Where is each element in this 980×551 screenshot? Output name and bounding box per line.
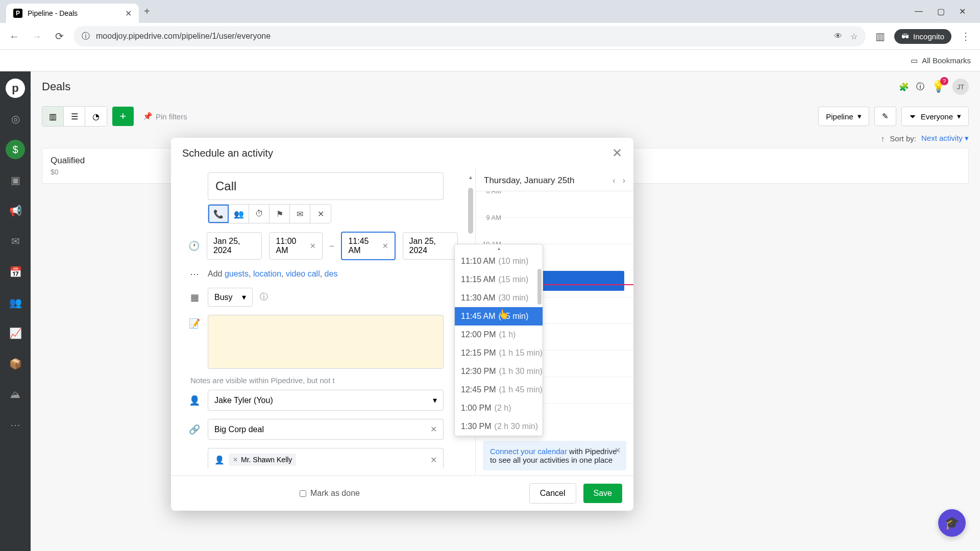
sidebar-item-marketplace[interactable]: ⛰	[6, 385, 25, 404]
menu-icon[interactable]: ⋮	[958, 28, 974, 44]
notes-textarea[interactable]	[208, 315, 444, 369]
eye-off-icon[interactable]: 👁	[834, 32, 842, 41]
contact-field[interactable]: 👤 ✕Mr. Shawn Kelly ✕	[208, 448, 444, 468]
type-email-button[interactable]: ✉	[290, 205, 310, 223]
sort-value[interactable]: Next activity ▾	[921, 134, 969, 143]
site-info-icon[interactable]: ⓘ	[82, 31, 90, 42]
browser-tab[interactable]: P Pipeline - Deals ✕	[6, 4, 139, 23]
scroll-up-icon[interactable]: ▴	[455, 244, 543, 252]
add-video-call-link[interactable]: video call	[286, 269, 320, 278]
pin-filters-button[interactable]: 📌 Pin filters	[143, 112, 187, 121]
help-fab[interactable]: 🎓	[938, 509, 966, 537]
owner-select[interactable]: Jake Tyler (You)▾	[208, 390, 444, 411]
time-option[interactable]: 1:00 PM (2 h)	[455, 399, 543, 417]
time-option[interactable]: 11:30 AM (30 min)	[455, 289, 543, 307]
add-deal-button[interactable]: +	[112, 107, 134, 126]
availability-select[interactable]: Busy▾	[208, 288, 253, 307]
everyone-filter-dropdown[interactable]: ⏷Everyone▾	[901, 107, 969, 126]
sidebar-item-deals[interactable]: $	[6, 140, 25, 159]
pipeline-dropdown[interactable]: Pipeline▾	[818, 107, 869, 126]
time-option[interactable]: 12:15 PM (1 h 15 min)	[455, 344, 543, 362]
notifications-icon[interactable]: 💡	[932, 80, 945, 93]
cancel-button[interactable]: Cancel	[529, 483, 576, 504]
start-time-input[interactable]: 11:00 AM✕	[269, 232, 322, 260]
clear-icon: ✕	[310, 242, 316, 250]
edit-pipeline-button[interactable]: ✎	[874, 107, 896, 126]
type-task-button[interactable]: ⏱	[249, 205, 270, 223]
address-bar[interactable]: ⓘ moodjoy.pipedrive.com/pipeline/1/user/…	[74, 26, 866, 46]
connect-calendar-link[interactable]: Connect your calendar	[490, 447, 567, 456]
chevron-down-icon: ▾	[242, 292, 246, 302]
new-tab-button[interactable]: +	[144, 6, 150, 17]
clear-icon: ✕	[430, 424, 437, 434]
incognito-icon: 🕶	[901, 32, 909, 41]
close-window-icon[interactable]: ✕	[959, 7, 966, 16]
sidebar-item-products[interactable]: 📦	[6, 354, 25, 373]
type-deadline-button[interactable]: ⚑	[270, 205, 290, 223]
page-header: Deals 🧩 ⓘ 💡 JT	[31, 71, 980, 102]
mark-done-checkbox[interactable]: Mark as done	[300, 489, 360, 498]
maximize-icon[interactable]: ▢	[937, 7, 945, 16]
user-avatar[interactable]: JT	[952, 79, 969, 95]
clear-icon: ✕	[382, 242, 388, 250]
end-time-input[interactable]: 11:45 AM✕	[341, 232, 395, 260]
add-description-link[interactable]: des	[325, 269, 338, 278]
add-location-link[interactable]: location	[253, 269, 281, 278]
sidebar-item-projects[interactable]: ▣	[6, 170, 25, 190]
bookmarks-folder-icon[interactable]: ▭	[911, 56, 918, 65]
back-button[interactable]: ←	[6, 28, 22, 44]
time-option[interactable]: 1:30 PM (2 h 30 min)	[455, 417, 543, 436]
end-date-input[interactable]: Jan 25, 2024	[403, 232, 458, 260]
time-option[interactable]: 11:45 AM (45 min)	[455, 307, 543, 325]
prev-day-button[interactable]: ‹	[612, 176, 615, 185]
extensions-icon[interactable]: 🧩	[899, 82, 909, 92]
panel-icon[interactable]: ▥	[872, 28, 888, 44]
scrollbar-thumb[interactable]	[468, 188, 473, 234]
forward-button[interactable]: →	[29, 28, 45, 44]
close-modal-button[interactable]: ✕	[612, 146, 622, 160]
time-dropdown: ▴ 11:10 AM (10 min)11:15 AM (15 min)11:3…	[454, 244, 543, 436]
help-icon[interactable]: ⓘ	[916, 82, 924, 92]
start-date-input[interactable]: Jan 25, 2024	[207, 232, 262, 260]
reload-button[interactable]: ⟳	[51, 28, 67, 44]
activity-type-toggle: 📞 👥 ⏱ ⚑ ✉ ✕	[208, 204, 331, 223]
time-option[interactable]: 12:00 PM (1 h)	[455, 325, 543, 344]
save-button[interactable]: Save	[583, 484, 622, 503]
view-forecast-button[interactable]: ◔	[85, 107, 107, 126]
chevron-down-icon: ▾	[857, 112, 862, 121]
pipedrive-logo[interactable]: p	[6, 79, 25, 98]
sidebar-item-contacts[interactable]: 👥	[6, 293, 25, 312]
more-icon: ⋯	[188, 268, 201, 280]
type-lunch-button[interactable]: ✕	[310, 205, 331, 223]
sidebar-item-mail[interactable]: ✉	[6, 232, 25, 251]
sidebar-item-campaigns[interactable]: 📢	[6, 201, 25, 220]
type-call-button[interactable]: 📞	[208, 205, 229, 223]
close-tab-icon[interactable]: ✕	[125, 9, 132, 18]
minimize-icon[interactable]: —	[915, 7, 923, 16]
all-bookmarks[interactable]: All Bookmarks	[922, 56, 971, 65]
type-meeting-button[interactable]: 👥	[229, 205, 249, 223]
incognito-badge[interactable]: 🕶 Incognito	[894, 29, 951, 44]
sidebar-item-leads[interactable]: ◎	[6, 109, 25, 129]
info-icon[interactable]: ⓘ	[260, 292, 268, 303]
next-day-button[interactable]: ›	[623, 176, 625, 185]
time-option[interactable]: 12:30 PM (1 h 30 min)	[455, 362, 543, 381]
deal-select[interactable]: Big Corp deal✕	[208, 419, 444, 440]
view-pipeline-button[interactable]: ▥	[42, 107, 64, 126]
scroll-up-icon[interactable]: ▴	[469, 173, 472, 181]
scrollbar-thumb[interactable]	[537, 269, 542, 305]
notes-icon: 📝	[188, 318, 201, 329]
add-guests-link[interactable]: guests	[225, 269, 249, 278]
time-option[interactable]: 12:45 PM (1 h 45 min)	[455, 381, 543, 399]
activity-title-input[interactable]	[208, 172, 444, 200]
sidebar-item-insights[interactable]: 📈	[6, 323, 25, 343]
time-option[interactable]: 11:15 AM (15 min)	[455, 270, 543, 289]
bookmark-star-icon[interactable]: ☆	[850, 32, 857, 41]
view-list-button[interactable]: ☰	[64, 107, 85, 126]
time-option[interactable]: 11:10 AM (10 min)	[455, 252, 543, 270]
sort-arrow-icon[interactable]: ↑	[881, 134, 885, 143]
dismiss-banner-button[interactable]: ✕	[615, 446, 621, 455]
sidebar-item-activities[interactable]: 📅	[6, 262, 25, 282]
sidebar-item-more[interactable]: ⋯	[6, 415, 25, 435]
remove-icon: ✕	[233, 456, 238, 463]
